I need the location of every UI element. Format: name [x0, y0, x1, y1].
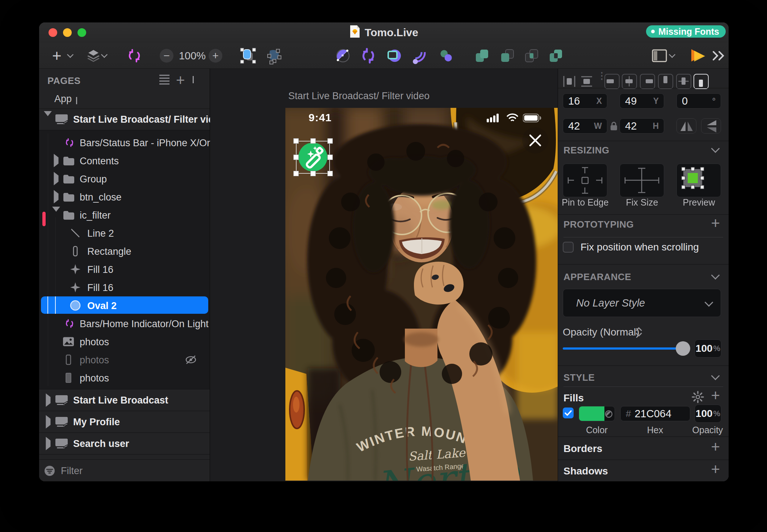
boolean-union-icon[interactable] — [474, 43, 490, 69]
flip-vertical-button[interactable] — [701, 118, 721, 134]
layer-style-dropdown[interactable]: No Layer Style — [563, 289, 721, 317]
fill-settings-gear-icon[interactable] — [692, 391, 704, 405]
fix-position-checkbox[interactable] — [563, 242, 574, 253]
add-border-button[interactable]: + — [711, 442, 720, 452]
inspector-toggle-icon[interactable] — [652, 43, 667, 69]
disclosure-collapsed-icon[interactable] — [46, 419, 51, 425]
lock-aspect-icon[interactable] — [609, 121, 618, 132]
height-field[interactable]: H — [620, 118, 664, 134]
x-position-field[interactable]: X — [563, 93, 607, 109]
blend-mode-stepper-icon[interactable] — [635, 326, 643, 339]
layer-row-line[interactable]: Line 2 — [39, 224, 210, 242]
disclosure-collapsed-icon[interactable] — [46, 397, 51, 404]
symbols-sync-icon[interactable] — [126, 43, 143, 69]
height-input[interactable] — [625, 120, 653, 132]
artboard-title-label[interactable]: Start Live Broadcast/ Filter video — [288, 90, 429, 102]
fill-color-well[interactable] — [579, 406, 615, 421]
artboard-row[interactable]: My Profile — [39, 411, 210, 433]
resizing-collapse-icon[interactable] — [711, 144, 720, 153]
layer-row-oval-selected[interactable]: Oval 2 — [39, 296, 210, 314]
mask-tool-icon[interactable] — [385, 43, 402, 69]
fill-opacity-box[interactable]: 100 % — [695, 405, 721, 423]
layer-row-symbol[interactable]: Bars/Home Indicator/On Light — [39, 314, 210, 333]
add-fill-button[interactable]: + — [711, 390, 720, 401]
selection-handle[interactable] — [327, 138, 333, 144]
selection-handle[interactable] — [293, 155, 299, 160]
layer-row-image-hidden[interactable]: photos — [39, 351, 210, 369]
layer-row-image[interactable]: photos — [39, 369, 210, 387]
align-left-icon[interactable] — [604, 74, 620, 89]
inspector-toggle-chevron-icon[interactable] — [669, 43, 675, 69]
add-shadow-button[interactable]: + — [711, 464, 720, 475]
boolean-intersect-icon[interactable] — [523, 43, 540, 69]
layer-row-rectangle[interactable]: Rectangle — [39, 242, 210, 260]
fix-size-button[interactable] — [620, 164, 664, 197]
artboard-row-root[interactable]: Start Live Broadcast/ Filter vid... — [39, 109, 210, 130]
zoom-level[interactable]: 100% — [180, 43, 205, 69]
layer-row-folder[interactable]: Contents — [39, 152, 210, 170]
insert-button[interactable]: + — [52, 43, 62, 69]
artboard-row[interactable]: Start Live Broadcast — [39, 389, 210, 411]
vector-tool-icon[interactable] — [334, 43, 352, 69]
missing-fonts-badge[interactable]: Missing Fonts — [646, 25, 726, 38]
add-prototype-link-button[interactable]: + — [711, 218, 720, 229]
selection-handle[interactable] — [310, 171, 316, 176]
selection-handle[interactable] — [293, 171, 299, 176]
flip-horizontal-button[interactable] — [676, 118, 696, 134]
disclosure-collapsed-icon[interactable] — [54, 176, 59, 182]
canvas[interactable]: Start Live Broadcast/ Filter video — [210, 69, 558, 481]
insert-chevron-icon[interactable] — [67, 43, 73, 69]
style-collapse-icon[interactable] — [711, 371, 720, 380]
scale-tool-icon[interactable] — [411, 43, 428, 69]
selection-handle[interactable] — [310, 138, 316, 144]
boolean-difference-icon[interactable] — [548, 43, 564, 69]
align-right-icon[interactable] — [640, 74, 655, 89]
selection-handle[interactable] — [327, 155, 333, 160]
more-tools-icon[interactable] — [711, 43, 726, 69]
edit-points-tool-icon[interactable] — [265, 43, 283, 69]
align-center-horizontal-icon[interactable] — [622, 74, 637, 89]
disclosure-expanded-icon[interactable] — [52, 212, 60, 218]
selection-handle[interactable] — [327, 171, 333, 176]
disclosure-collapsed-icon[interactable] — [54, 194, 59, 200]
preview-play-icon[interactable] — [690, 43, 706, 69]
opacity-slider-knob[interactable] — [676, 341, 690, 356]
boolean-subtract-icon[interactable] — [499, 43, 516, 69]
hidden-eye-icon[interactable] — [184, 354, 198, 367]
zoom-in-button[interactable]: + — [209, 49, 222, 63]
fill-hex-input[interactable] — [634, 408, 685, 420]
fill-color-swatch[interactable] — [579, 406, 604, 421]
pages-collapse-chevron-icon[interactable] — [193, 76, 194, 83]
layer-row-image[interactable]: photos — [39, 333, 210, 351]
align-bottom-icon[interactable] — [693, 74, 709, 89]
y-position-input[interactable] — [625, 95, 653, 107]
gradient-toggle-icon[interactable] — [605, 410, 613, 419]
layer-list-chevron-icon[interactable] — [101, 43, 107, 69]
link-tool-icon[interactable] — [437, 43, 455, 69]
fill-enabled-checkbox[interactable] — [563, 408, 574, 418]
layer-row-folder[interactable]: Group — [39, 170, 210, 188]
current-page-row[interactable]: App — [39, 91, 210, 109]
add-page-button[interactable]: + — [176, 72, 185, 89]
opacity-value-box[interactable]: 100 % — [695, 339, 721, 358]
zoom-out-button[interactable]: − — [160, 49, 173, 63]
opacity-slider-track[interactable] — [563, 347, 686, 350]
fill-hex-field[interactable]: # — [620, 406, 690, 421]
rotation-field[interactable]: ° — [676, 93, 721, 109]
artboard-row[interactable]: Search user — [39, 433, 210, 455]
rotate-tool-icon[interactable] — [360, 43, 377, 69]
disclosure-collapsed-icon[interactable] — [46, 440, 51, 447]
align-top-icon[interactable] — [658, 74, 673, 89]
width-input[interactable] — [568, 120, 594, 132]
layer-row-fill[interactable]: Fill 16 — [39, 260, 210, 278]
x-position-input[interactable] — [568, 95, 596, 107]
appearance-collapse-icon[interactable] — [711, 271, 720, 279]
pin-to-edge-button[interactable] — [563, 164, 607, 197]
disclosure-expanded-icon[interactable] — [44, 116, 52, 123]
rotation-input[interactable] — [682, 95, 712, 107]
layer-row-folder[interactable]: btn_close — [39, 188, 210, 206]
layer-list-button[interactable] — [85, 43, 101, 69]
width-field[interactable]: W — [563, 118, 607, 134]
disclosure-collapsed-icon[interactable] — [54, 157, 59, 164]
layer-row-symbol[interactable]: Bars/Status Bar - iPhone X/On... — [39, 134, 210, 152]
